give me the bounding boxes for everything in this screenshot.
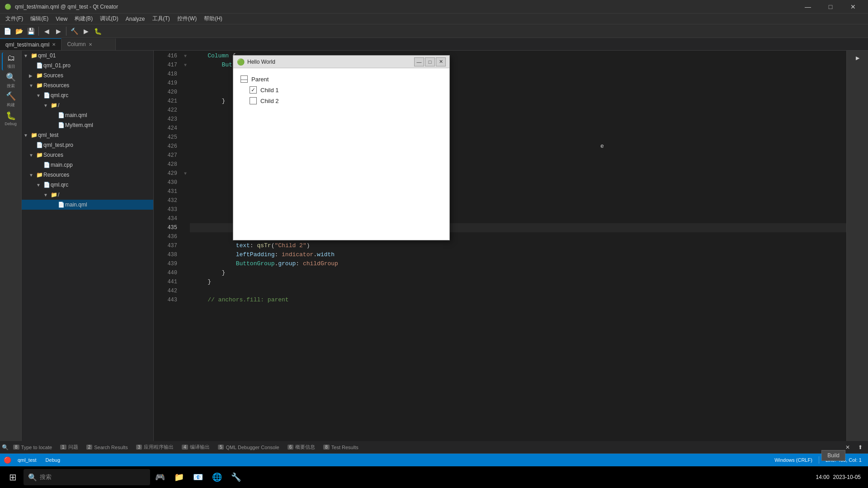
status-windows-crlf[interactable]: Windows (CRLF) — [772, 457, 815, 463]
tree-item-qmltestpro[interactable]: 📄 qml_test.pro — [22, 140, 153, 150]
sidebar-icon-search[interactable]: 🔍 搜索 — [2, 71, 20, 89]
collapse-433 — [181, 205, 190, 214]
bottom-tab-issues[interactable]: 1 问题 — [57, 442, 82, 453]
search-taskbar[interactable]: 🔍 搜索 — [24, 469, 150, 485]
build-overlay-button[interactable]: Build — [821, 450, 845, 461]
line-num-436: 436 — [157, 232, 177, 241]
tab-main-qml-close[interactable]: ✕ — [52, 42, 56, 47]
line-num-424: 424 — [157, 124, 177, 133]
status-project[interactable]: qml_test — [15, 457, 39, 463]
menu-edit[interactable]: 编辑(E) — [27, 14, 52, 24]
open-file-button[interactable]: 📂 — [14, 26, 24, 37]
dialog-close[interactable]: ✕ — [436, 57, 446, 66]
bottom-tab-overview[interactable]: 6 概要信息 — [284, 442, 319, 453]
close-button[interactable]: ✕ — [843, 0, 863, 14]
tree-item-mainsqml1[interactable]: 📄 main.qml — [22, 110, 153, 120]
line-num-425: 425 — [157, 133, 177, 142]
menu-view[interactable]: View — [52, 14, 71, 24]
line-num-440: 440 — [157, 268, 177, 277]
taskbar-icon-2[interactable]: 📁 — [171, 469, 187, 485]
tree-item-maincpp[interactable]: 📄 main.cpp — [22, 160, 153, 170]
tab-column[interactable]: Column ✕ — [61, 38, 116, 50]
status-debug[interactable]: Debug — [43, 457, 63, 463]
tree-item-sources2[interactable]: ▼ 📁 Sources — [22, 150, 153, 160]
bottom-tab-tests[interactable]: 8 Test Results — [320, 442, 362, 453]
checkbox-parent[interactable]: — Parent — [241, 75, 442, 83]
label-sources1: Sources — [43, 72, 151, 79]
maximize-button[interactable]: □ — [820, 0, 841, 14]
debug-button[interactable]: 🐛 — [92, 26, 103, 37]
tab-main-qml[interactable]: qml_test/main.qml ✕ — [0, 38, 61, 50]
collapse-442 — [181, 286, 190, 296]
menu-help[interactable]: 帮助(H) — [200, 14, 226, 24]
taskbar-icon-1[interactable]: 🎮 — [152, 469, 168, 485]
menu-analyze[interactable]: Analyze — [122, 14, 149, 24]
sidebar-icon-build[interactable]: 🔨 构建 — [2, 90, 20, 108]
tree-item-resources1[interactable]: ▼ 📁 Resources — [22, 80, 153, 90]
tree-item-qmltest[interactable]: ▼ 📁 qml_test — [22, 130, 153, 140]
sidebar-icon-project[interactable]: 🗂 项目 — [2, 52, 20, 70]
tab-locate-num: 8 — [13, 445, 19, 450]
tab-column-close[interactable]: ✕ — [89, 42, 92, 47]
sidebar-icon-debug[interactable]: 🐛 Debug — [2, 109, 20, 127]
taskbar-icon-3[interactable]: 📧 — [190, 469, 206, 485]
menu-controls[interactable]: 控件(W) — [174, 14, 200, 24]
minimize-button[interactable]: — — [797, 0, 818, 14]
expand-bottom-panel[interactable]: ⬆ — [854, 444, 866, 450]
tree-item-resources2[interactable]: ▼ 📁 Resources — [22, 170, 153, 180]
tab-issues-label: 问题 — [68, 444, 78, 450]
collapse-439 — [181, 259, 190, 268]
folder-icon-qmltest: 📁 — [31, 132, 38, 138]
tree-item-myitem[interactable]: 📄 MyItem.qml — [22, 120, 153, 130]
tab-appout-num: 3 — [136, 445, 142, 450]
menu-debug[interactable]: 调试(D) — [96, 14, 122, 24]
bottom-tab-locate[interactable]: 8 Type to locate — [9, 442, 56, 453]
tree-item-mainqml2[interactable]: 📄 main.qml — [22, 200, 153, 210]
close-bottom-panel[interactable]: ✕ — [842, 444, 854, 450]
tree-item-slash2[interactable]: ▼ 📁 / — [22, 190, 153, 200]
checkbox-child2-box[interactable] — [250, 97, 257, 104]
checkbox-child2[interactable]: Child 2 — [241, 97, 442, 104]
bottom-tab-qmldebug[interactable]: 5 QML Debugger Console — [214, 442, 283, 453]
tree-item-sources1[interactable]: ▶ 📁 Sources — [22, 70, 153, 80]
build-button-toolbar[interactable]: 🔨 — [69, 26, 80, 37]
right-panel-btn1[interactable]: ▶ — [852, 52, 863, 63]
line-num-443: 443 — [157, 296, 177, 305]
dialog-minimize[interactable]: — — [414, 57, 424, 66]
collapse-438 — [181, 250, 190, 259]
collapse-424 — [181, 124, 190, 133]
checkbox-child1-label: Child 1 — [260, 87, 278, 94]
tree-item-qml01[interactable]: ▼ 📁 qml_01 — [22, 51, 153, 61]
tree-item-qml01pro[interactable]: 📄 qml_01.pro — [22, 61, 153, 70]
checkbox-parent-box[interactable]: — — [241, 75, 248, 83]
checkbox-child2-label: Child 2 — [260, 98, 278, 104]
tree-item-qmlqrc2[interactable]: ▼ 📄 qml.qrc — [22, 180, 153, 190]
back-button[interactable]: ◀ — [41, 26, 52, 37]
code-line-438: leftPadding: indicator.width — [190, 250, 846, 259]
start-button[interactable]: ⊞ — [4, 468, 22, 486]
bottom-tab-search[interactable]: 2 Search Results — [83, 442, 132, 453]
run-button[interactable]: ▶ — [80, 26, 91, 37]
taskbar-icon-5[interactable]: 🔧 — [228, 469, 244, 485]
taskbar-icon-4[interactable]: 🌐 — [209, 469, 225, 485]
collapse-429[interactable]: ▼ — [181, 169, 190, 178]
checkbox-child1[interactable]: ✓ Child 1 — [241, 86, 442, 94]
collapse-417[interactable]: ▼ — [181, 61, 190, 70]
tree-item-qmlqrc1[interactable]: ▼ 📄 qml.qrc — [22, 90, 153, 100]
label-qml01pro: qml_01.pro — [43, 62, 151, 69]
tab-search-label: Search Results — [94, 445, 128, 450]
checkbox-child1-box[interactable]: ✓ — [250, 86, 257, 94]
bottom-tab-appout[interactable]: 3 应用程序输出 — [132, 442, 178, 453]
menu-file[interactable]: 文件(F) — [2, 14, 27, 24]
arrow-slash1: ▼ — [43, 103, 51, 108]
dialog-maximize[interactable]: □ — [425, 57, 435, 66]
new-file-button[interactable]: 📄 — [2, 26, 13, 37]
file-icon-myitem: 📄 — [58, 122, 65, 128]
menu-tools[interactable]: 工具(T) — [149, 14, 174, 24]
bottom-tab-compile[interactable]: 4 编译输出 — [178, 442, 213, 453]
tree-item-slash1[interactable]: ▼ 📁 / — [22, 100, 153, 110]
forward-button[interactable]: ▶ — [53, 26, 64, 37]
save-button[interactable]: 💾 — [25, 26, 36, 37]
menu-build[interactable]: 构建(B) — [71, 14, 96, 24]
collapse-416[interactable]: ▼ — [181, 52, 190, 61]
